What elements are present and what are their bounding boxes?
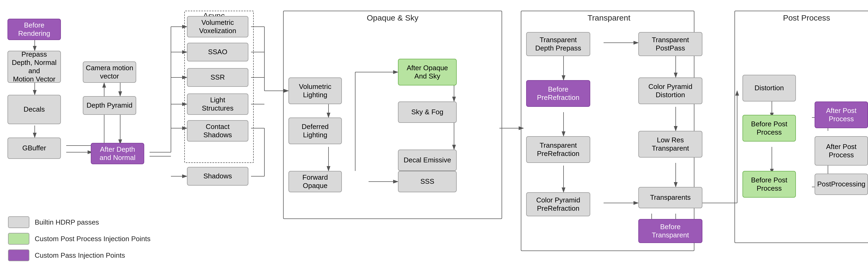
volumetric-lighting-node: Volumetric Lighting <box>288 78 342 104</box>
legend-box-purple <box>8 249 29 261</box>
legend-box-gray <box>8 216 29 228</box>
sss-node: SSS <box>398 171 457 192</box>
transparent-section-label: Transparent <box>569 13 649 23</box>
shadows-node: Shadows <box>187 167 248 186</box>
before-post-process-2-node: Before Post Process <box>742 171 796 197</box>
post-process-section-label: Post Process <box>769 13 844 23</box>
contact-shadows-node: Contact Shadows <box>187 120 248 142</box>
opaque-sky-section-label: Opaque & Sky <box>337 13 449 23</box>
color-pyramid-prerefraction-node: Color Pyramid PreRefraction <box>526 192 590 216</box>
prepass-node: Prepass Depth, Normal and Motion Vector <box>7 51 61 83</box>
ssr-node: SSR <box>187 68 248 87</box>
diagram-container: Async Opaque & Sky Transparent Post Proc… <box>0 0 868 274</box>
transparent-postpass-node: Transparent PostPass <box>638 32 703 56</box>
before-prerefraction-node: Before PreRefraction <box>526 80 590 107</box>
postprocessing-node: PostProcessing <box>814 174 868 195</box>
legend-item-purple: Custom Pass Injection Points <box>8 249 151 261</box>
volumetric-voxelization-node: Volumetric Voxelization <box>187 16 248 37</box>
light-structures-node: Light Structures <box>187 93 248 115</box>
legend-label-purple: Custom Pass Injection Points <box>35 251 125 260</box>
before-post-process-1-node: Before Post Process <box>742 115 796 142</box>
camera-motion-node: Camera motion vector <box>83 61 136 83</box>
forward-opaque-node: Forward Opaque <box>288 171 342 192</box>
legend: Builtin HDRP passes Custom Post Process … <box>8 216 151 266</box>
after-depth-normal-node: After Depth and Normal <box>91 143 144 164</box>
legend-label-gray: Builtin HDRP passes <box>35 218 99 226</box>
sky-fog-node: Sky & Fog <box>398 101 457 123</box>
color-pyramid-distortion-node: Color Pyramid Distortion <box>638 78 703 104</box>
legend-label-green: Custom Post Process Injection Points <box>35 235 151 243</box>
distortion-node: Distortion <box>742 75 796 101</box>
ssao-node: SSAO <box>187 43 248 61</box>
gbuffer-node: GBuffer <box>7 138 61 159</box>
after-post-process-1-node: After Post Process <box>814 101 868 128</box>
decal-emissive-node: Decal Emissive <box>398 150 457 171</box>
transparent-depth-prepass-node: Transparent Depth Prepass <box>526 32 590 56</box>
legend-box-green <box>8 233 29 245</box>
depth-pyramid-node: Depth Pyramid <box>83 96 136 115</box>
transparent-prerefraction-node: Transparent PreRefraction <box>526 136 590 163</box>
before-rendering-node: Before Rendering <box>7 19 61 40</box>
after-post-process-2-node: After Post Process <box>814 136 868 165</box>
decals-node: Decals <box>7 95 61 124</box>
deferred-lighting-node: Deferred Lighting <box>288 118 342 144</box>
after-opaque-sky-node: After Opaque And Sky <box>398 59 457 86</box>
legend-item-green: Custom Post Process Injection Points <box>8 233 151 245</box>
legend-item-gray: Builtin HDRP passes <box>8 216 151 228</box>
before-transparent-node: Before Transparent <box>638 219 703 243</box>
low-res-transparent-node: Low Res Transparent <box>638 131 703 158</box>
transparents-node: Transparents <box>638 187 703 208</box>
